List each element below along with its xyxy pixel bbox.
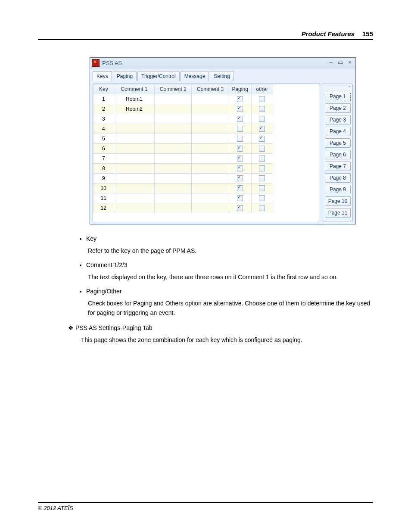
table-row[interactable]: 9	[93, 174, 273, 184]
cell-paging[interactable]	[229, 193, 251, 203]
tab-message[interactable]: Message	[181, 71, 209, 81]
cell-comment1[interactable]	[114, 203, 155, 213]
table-row[interactable]: 1Room1	[93, 94, 273, 104]
cell-comment3[interactable]	[192, 203, 229, 213]
cell-other[interactable]	[251, 134, 273, 144]
other-checkbox[interactable]	[259, 195, 265, 201]
other-checkbox[interactable]	[259, 136, 265, 142]
other-checkbox[interactable]	[259, 126, 265, 132]
cell-comment2[interactable]	[155, 154, 192, 164]
cell-key[interactable]: 1	[93, 94, 114, 104]
cell-comment3[interactable]	[192, 164, 229, 174]
cell-paging[interactable]	[229, 134, 251, 144]
cell-comment1[interactable]	[114, 124, 155, 134]
cell-comment2[interactable]	[155, 94, 192, 104]
other-checkbox[interactable]	[259, 185, 265, 191]
cell-comment2[interactable]	[155, 174, 192, 184]
cell-comment1[interactable]	[114, 164, 155, 174]
other-checkbox[interactable]	[259, 106, 265, 112]
cell-key[interactable]: 11	[93, 193, 114, 203]
cell-comment3[interactable]	[192, 184, 229, 193]
cell-comment2[interactable]	[155, 203, 192, 213]
cell-paging[interactable]	[229, 164, 251, 174]
cell-key[interactable]: 9	[93, 174, 114, 184]
paging-checkbox[interactable]	[237, 156, 243, 162]
cell-comment3[interactable]	[192, 104, 229, 114]
cell-other[interactable]	[251, 114, 273, 124]
page-button-6[interactable]: Page 6	[325, 150, 351, 159]
cell-comment1[interactable]	[114, 184, 155, 193]
cell-comment2[interactable]	[155, 144, 192, 154]
cell-comment1[interactable]: Room1	[114, 94, 155, 104]
page-button-1[interactable]: Page 1	[325, 92, 351, 101]
table-row[interactable]: 4	[93, 124, 273, 134]
cell-paging[interactable]	[229, 174, 251, 184]
table-row[interactable]: 8	[93, 164, 273, 174]
paging-checkbox[interactable]	[237, 185, 243, 191]
cell-comment2[interactable]	[155, 184, 192, 193]
paging-checkbox[interactable]	[237, 175, 243, 181]
cell-comment2[interactable]	[155, 134, 192, 144]
cell-comment3[interactable]	[192, 154, 229, 164]
col-header-key[interactable]: Key	[93, 84, 114, 94]
cell-comment1[interactable]	[114, 134, 155, 144]
cell-comment1[interactable]	[114, 174, 155, 184]
table-row[interactable]: 11	[93, 193, 273, 203]
cell-other[interactable]	[251, 94, 273, 104]
paging-checkbox[interactable]	[237, 136, 243, 142]
cell-comment2[interactable]	[155, 104, 192, 114]
page-button-9[interactable]: Page 9	[325, 185, 351, 194]
other-checkbox[interactable]	[259, 205, 265, 211]
page-button-2[interactable]: Page 2	[325, 103, 351, 113]
cell-comment2[interactable]	[155, 164, 192, 174]
page-button-7[interactable]: Page 7	[325, 162, 351, 171]
cell-key[interactable]: 2	[93, 104, 114, 114]
cell-paging[interactable]	[229, 114, 251, 124]
other-checkbox[interactable]	[259, 165, 265, 171]
cell-paging[interactable]	[229, 144, 251, 154]
table-row[interactable]: 6	[93, 144, 273, 154]
cell-other[interactable]	[251, 164, 273, 174]
cell-paging[interactable]	[229, 104, 251, 114]
cell-key[interactable]: 6	[93, 144, 114, 154]
cell-key[interactable]: 4	[93, 124, 114, 134]
cell-comment2[interactable]	[155, 124, 192, 134]
paging-checkbox[interactable]	[237, 96, 243, 102]
col-header-comment1[interactable]: Comment 1	[114, 84, 155, 94]
other-checkbox[interactable]	[259, 146, 265, 152]
cell-key[interactable]: 7	[93, 154, 114, 164]
table-row[interactable]: 3	[93, 114, 273, 124]
page-button-4[interactable]: Page 4	[325, 127, 351, 136]
cell-paging[interactable]	[229, 94, 251, 104]
paging-checkbox[interactable]	[237, 116, 243, 122]
paging-checkbox[interactable]	[237, 205, 243, 211]
other-checkbox[interactable]	[259, 156, 265, 162]
tab-setting[interactable]: Setting	[210, 71, 234, 81]
cell-key[interactable]: 8	[93, 164, 114, 174]
other-checkbox[interactable]	[259, 116, 265, 122]
cell-other[interactable]	[251, 203, 273, 213]
cell-comment1[interactable]	[114, 193, 155, 203]
cell-comment2[interactable]	[155, 193, 192, 203]
cell-other[interactable]	[251, 144, 273, 154]
cell-key[interactable]: 3	[93, 114, 114, 124]
cell-key[interactable]: 10	[93, 184, 114, 193]
tab-trigger-control[interactable]: Trigger/Control	[137, 71, 180, 81]
cell-comment1[interactable]	[114, 154, 155, 164]
page-button-11[interactable]: Page 11	[325, 208, 351, 218]
cell-comment3[interactable]	[192, 124, 229, 134]
cell-comment3[interactable]	[192, 94, 229, 104]
col-header-comment2[interactable]: Comment 2	[155, 84, 192, 94]
cell-other[interactable]	[251, 174, 273, 184]
cell-key[interactable]: 12	[93, 203, 114, 213]
table-row[interactable]: 12	[93, 203, 273, 213]
cell-other[interactable]	[251, 104, 273, 114]
cell-comment2[interactable]	[155, 114, 192, 124]
paging-checkbox[interactable]	[237, 106, 243, 112]
cell-comment3[interactable]	[192, 134, 229, 144]
paging-checkbox[interactable]	[237, 165, 243, 171]
cell-other[interactable]	[251, 124, 273, 134]
paging-checkbox[interactable]	[237, 195, 243, 201]
col-header-paging[interactable]: Paging	[229, 84, 251, 94]
collapse-chevron-icon[interactable]: ˄	[325, 86, 351, 92]
